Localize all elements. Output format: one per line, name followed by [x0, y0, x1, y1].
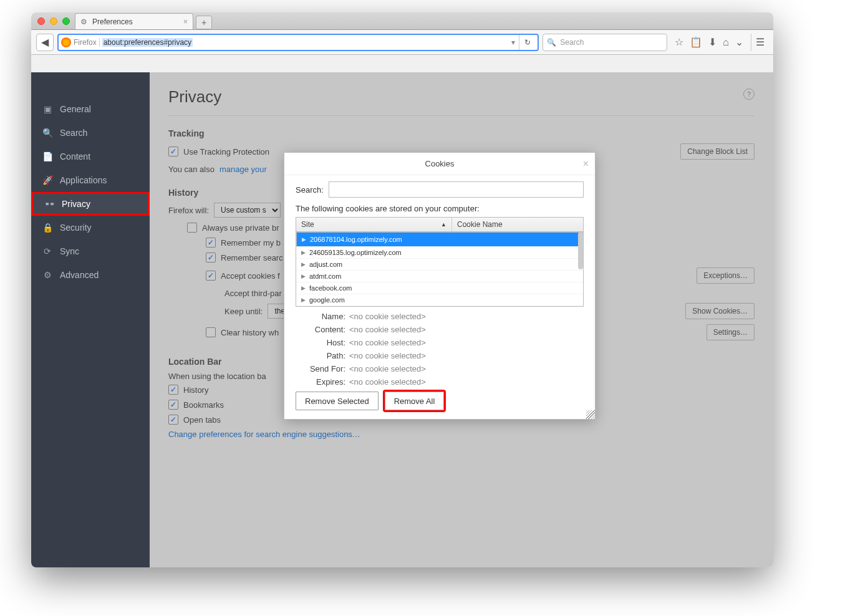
remove-selected-button[interactable]: Remove Selected — [296, 392, 379, 410]
sidebar-icon: ⚙ — [42, 270, 52, 280]
minimize-window-button[interactable] — [50, 17, 57, 25]
close-tab-icon[interactable]: × — [183, 17, 188, 26]
cookie-site: adjust.com — [309, 261, 342, 268]
dropmarker-icon[interactable]: ▾ — [511, 38, 515, 47]
sort-asc-icon: ▲ — [441, 221, 446, 228]
tab-strip: ⚙ Preferences × + — [31, 12, 773, 30]
sidebar-item-label: General — [60, 104, 91, 114]
search-icon: 🔍 — [547, 38, 556, 47]
back-button[interactable]: ◀ — [36, 34, 54, 51]
new-tab-button[interactable]: + — [196, 16, 212, 29]
tab-title: Preferences — [92, 17, 133, 26]
cookie-row[interactable]: ▶206878104.log.optimizely.com — [296, 232, 583, 247]
dialog-close-icon[interactable]: × — [583, 158, 589, 170]
menu-button[interactable]: ☰ — [751, 34, 768, 51]
cookie-site: google.com — [309, 296, 345, 304]
cookie-row[interactable]: ▶246059135.log.optimizely.com — [296, 247, 583, 259]
sidebar-icon: 🚀 — [42, 175, 52, 185]
disclosure-triangle-icon[interactable]: ▶ — [301, 297, 306, 303]
preferences-sidebar: ▣General🔍Search📄Content🚀Applications👓Pri… — [31, 72, 150, 567]
col-site-header[interactable]: Site▲ — [296, 218, 452, 231]
cookie-desc: The following cookies are stored on your… — [296, 204, 584, 213]
sidebar-item-content[interactable]: 📄Content — [31, 145, 150, 168]
sidebar-item-label: Content — [60, 152, 90, 161]
cookie-row[interactable]: ▶google.com — [296, 294, 583, 306]
resize-handle[interactable] — [586, 410, 595, 419]
tab-preferences[interactable]: ⚙ Preferences × — [75, 13, 193, 29]
url-bar[interactable]: Firefox about:preferences#privacy ▾ ↻ — [57, 34, 539, 51]
downloads-icon[interactable]: ⬇ — [708, 36, 716, 48]
pocket-icon[interactable]: ⌄ — [735, 36, 743, 48]
sidebar-icon: ▣ — [42, 104, 52, 114]
search-placeholder: Search — [560, 38, 584, 47]
cookie-site: facebook.com — [309, 284, 352, 292]
sidebar-item-label: Sync — [60, 246, 79, 256]
sidebar-item-sync[interactable]: ⟳Sync — [31, 239, 150, 263]
cookie-row[interactable]: ▶atdmt.com — [296, 271, 583, 282]
zoom-window-button[interactable] — [62, 17, 70, 25]
disclosure-triangle-icon[interactable]: ▶ — [301, 285, 306, 291]
sidebar-item-privacy[interactable]: 👓Privacy — [31, 192, 150, 216]
cookie-table-body[interactable]: ▶206878104.log.optimizely.com▶246059135.… — [296, 232, 583, 306]
nav-toolbar: ◀ Firefox about:preferences#privacy ▾ ↻ … — [31, 30, 773, 55]
sidebar-item-general[interactable]: ▣General — [31, 97, 150, 121]
sidebar-item-applications[interactable]: 🚀Applications — [31, 168, 150, 192]
sidebar-item-label: Search — [60, 128, 87, 138]
home-icon[interactable]: ⌂ — [723, 37, 729, 48]
sidebar-icon: ⟳ — [42, 246, 52, 256]
url-identity-label: Firefox — [74, 38, 100, 47]
cookie-row[interactable]: ▶facebook.com — [296, 282, 583, 294]
disclosure-triangle-icon[interactable]: ▶ — [301, 249, 306, 256]
close-window-button[interactable] — [37, 17, 45, 25]
disclosure-triangle-icon[interactable]: ▶ — [301, 261, 306, 267]
sidebar-icon: 🔍 — [42, 128, 52, 138]
scrollbar-thumb[interactable] — [578, 232, 583, 269]
disclosure-triangle-icon[interactable]: ▶ — [302, 236, 306, 243]
search-bar[interactable]: 🔍 Search — [542, 34, 667, 51]
sidebar-item-label: Security — [60, 223, 92, 233]
bookmark-star-icon[interactable]: ☆ — [675, 36, 683, 48]
cookie-detail: Name:<no cookie selected> Content:<no co… — [296, 312, 584, 387]
col-cookie-name-header[interactable]: Cookie Name — [452, 218, 583, 231]
disclosure-triangle-icon[interactable]: ▶ — [301, 273, 306, 279]
sidebar-icon: 🔒 — [42, 223, 52, 233]
cookies-dialog: Cookies × Search: The following cookies … — [284, 152, 596, 420]
cookie-search-input[interactable] — [329, 181, 584, 198]
cookie-row[interactable]: ▶adjust.com — [296, 259, 583, 271]
dialog-title: Cookies — [425, 159, 455, 168]
library-icon[interactable]: 📋 — [690, 36, 702, 48]
cookie-site: 206878104.log.optimizely.com — [310, 236, 402, 243]
dialog-titlebar: Cookies × — [284, 153, 595, 175]
reload-button[interactable]: ↻ — [519, 35, 535, 50]
sidebar-item-label: Applications — [60, 175, 107, 185]
gear-icon: ⚙ — [80, 17, 87, 26]
sidebar-item-security[interactable]: 🔒Security — [31, 216, 150, 239]
cookie-table: Site▲ Cookie Name ▶206878104.log.optimiz… — [296, 217, 584, 307]
sidebar-icon: 📄 — [42, 152, 52, 161]
sidebar-item-label: Advanced — [60, 270, 99, 280]
remove-all-button[interactable]: Remove All — [385, 392, 445, 410]
firefox-icon — [61, 37, 71, 47]
window-controls[interactable] — [37, 17, 70, 25]
toolbar-icons: ☆ 📋 ⬇ ⌂ ⌄ — [671, 36, 747, 48]
cookie-search-label: Search: — [296, 185, 324, 195]
sidebar-icon: 👓 — [44, 199, 54, 209]
sidebar-item-label: Privacy — [62, 199, 90, 209]
sidebar-item-advanced[interactable]: ⚙Advanced — [31, 263, 150, 287]
url-text: about:preferences#privacy — [102, 38, 193, 47]
sidebar-item-search[interactable]: 🔍Search — [31, 121, 150, 145]
cookie-site: 246059135.log.optimizely.com — [309, 249, 402, 256]
cookie-site: atdmt.com — [309, 272, 341, 280]
